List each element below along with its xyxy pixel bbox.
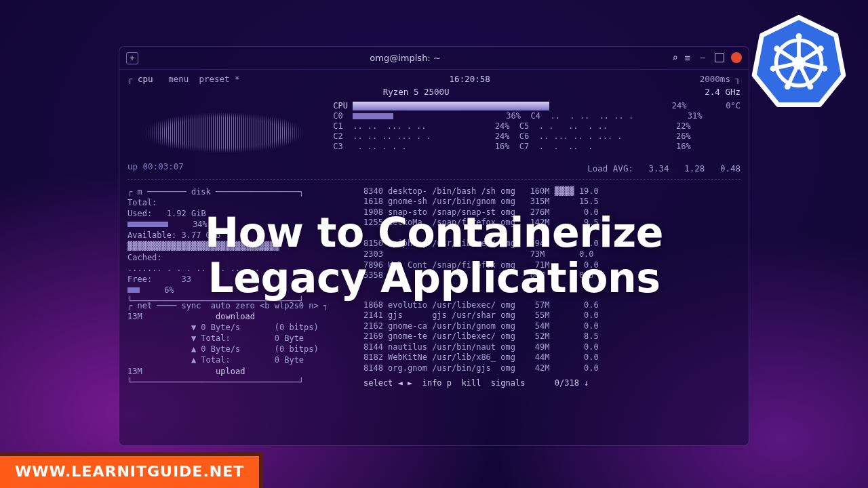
svg-point-12 <box>821 66 827 72</box>
maximize-button[interactable] <box>715 53 724 62</box>
load-avg: Load AVG: 3.34 1.28 0.48 <box>127 163 741 175</box>
svg-point-16 <box>774 45 780 52</box>
svg-point-15 <box>770 66 776 72</box>
titlebar: + omg@implsh: ~ ⌕ ≡ — <box>119 47 749 70</box>
cpu-cores: CPU 24% 0°C C0 36% C4 .. . .. .. .. . 31… <box>333 101 741 159</box>
kubernetes-logo <box>751 14 846 108</box>
cpu-info-row: Ryzen 5 2500U 2.4 GHz <box>127 87 741 98</box>
divider <box>127 179 741 180</box>
cpu-history-graph <box>127 101 321 159</box>
hero-line-1: How to Containerize <box>0 210 868 256</box>
close-button[interactable] <box>731 52 742 63</box>
svg-point-11 <box>818 45 824 52</box>
top-menu-row: ┌ cpu menu preset * 16:20:58 2000ms ┐ <box>127 74 741 85</box>
bottom-row: ┌ net ──── sync auto zero <b wlp2s0 n> ┐… <box>127 300 741 389</box>
network-panel: ┌ net ──── sync auto zero <b wlp2s0 n> ┐… <box>127 300 351 389</box>
window-title: omg@implsh: ~ <box>138 52 672 64</box>
new-tab-button[interactable]: + <box>126 52 138 64</box>
menu-left: ┌ cpu menu preset * <box>127 74 240 85</box>
site-badge: WWW.LEARNITGUIDE.NET <box>0 452 263 488</box>
hamburger-icon[interactable]: ≡ <box>685 52 690 64</box>
process-footer: select ◄ ► info p kill signals 0/318 ↓ <box>363 378 741 389</box>
cpu-ghz: 2.4 GHz <box>705 87 741 98</box>
minimize-button[interactable]: — <box>697 52 708 63</box>
cpu-model: Ryzen 5 2500U <box>383 87 450 98</box>
svg-point-13 <box>807 83 813 89</box>
cpu-panel: CPU 24% 0°C C0 36% C4 .. . .. .. .. . 31… <box>127 101 741 159</box>
hero-line-2: Legacy Applications <box>0 256 868 301</box>
window-controls: ⌕ ≡ — <box>672 52 742 64</box>
svg-point-10 <box>796 33 802 39</box>
hero-title: How to Containerize Legacy Applications <box>0 210 868 301</box>
search-icon[interactable]: ⌕ <box>672 52 677 64</box>
interval: 2000ms ┐ <box>700 74 741 85</box>
clock: 16:20:58 <box>450 74 490 85</box>
process-list-bottom: 1868 evolutio /usr/libexec/ omg 57M 0.6 … <box>363 300 741 389</box>
svg-point-14 <box>785 83 791 89</box>
